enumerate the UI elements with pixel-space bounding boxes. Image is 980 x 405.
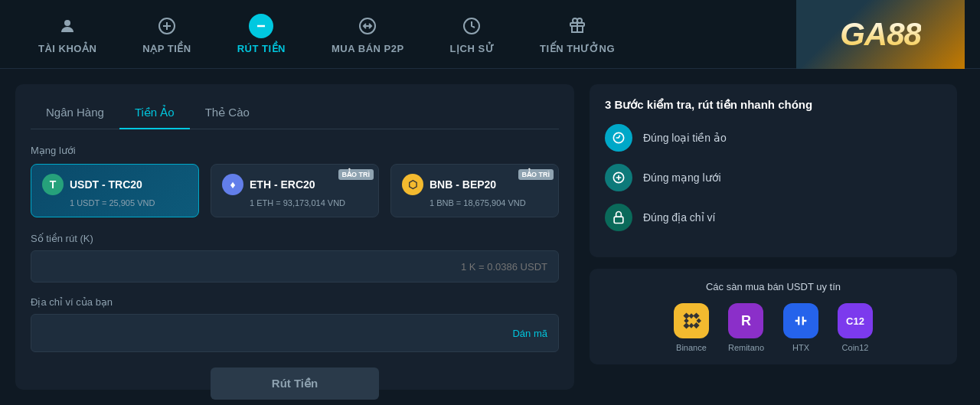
tab-ngan-hang[interactable]: Ngân Hàng <box>31 100 119 129</box>
eth-rate: 1 ETH = 93,173,014 VND <box>222 198 368 207</box>
bnb-badge: BẢO TRÌ <box>518 169 554 180</box>
top-navigation: TÀI KHOẢN NẠP TIỀN RÚT TIỀN MUA BÁN P2P <box>0 0 980 69</box>
coin12-name: Coin12 <box>842 343 869 352</box>
step-icon-3 <box>605 204 632 231</box>
nav-item-tai-khoan[interactable]: TÀI KHOẢN <box>15 6 119 62</box>
bnb-network-name: BNB - BEP20 <box>430 178 496 191</box>
right-panel: 3 Bước kiểm tra, rút tiền nhanh chóng Đú… <box>590 84 957 390</box>
history-icon <box>459 14 484 38</box>
exchange-remitano[interactable]: R Remitano <box>728 303 764 352</box>
step-item-3: Đúng địa chỉ ví <box>605 204 942 231</box>
amount-label: Số tiền rút (K) <box>31 233 559 244</box>
exchanges-card: Các sàn mua bán USDT uy tín Binance R Re… <box>590 269 957 364</box>
step-item-1: Đúng loại tiền ảo <box>605 124 942 152</box>
tab-bar: Ngân Hàng Tiền Ảo Thẻ Cào <box>31 100 559 129</box>
nav-label-nap-tien: NẠP TIỀN <box>142 43 191 54</box>
svg-point-0 <box>64 20 70 26</box>
nav-item-tien-thuong[interactable]: TIẾN THƯỞNG <box>517 6 638 62</box>
eth-network-name: ETH - ERC20 <box>250 178 315 191</box>
remitano-name: Remitano <box>728 343 764 352</box>
exchange-binance[interactable]: Binance <box>674 303 709 352</box>
eth-coin-icon: ♦ <box>222 174 243 195</box>
logo: GA88 <box>796 0 965 69</box>
svg-rect-11 <box>614 217 623 223</box>
step-text-1: Đúng loại tiền ảo <box>643 132 727 144</box>
nav-item-rut-tien[interactable]: RÚT TIỀN <box>214 6 309 62</box>
exchange-coin12[interactable]: C12 Coin12 <box>838 303 873 352</box>
htx-name: HTX <box>792 343 809 352</box>
account-icon <box>55 14 80 38</box>
eth-badge: BẢO TRÌ <box>338 169 374 180</box>
step-item-2: Đúng mạng lưới <box>605 164 942 191</box>
p2p-icon <box>355 14 380 38</box>
step-icon-2 <box>605 164 632 191</box>
nav-label-rut-tien: RÚT TIỀN <box>237 43 286 54</box>
binance-logo <box>674 303 709 338</box>
step-text-3: Đúng địa chỉ ví <box>643 211 715 224</box>
usdt-coin-icon: T <box>42 174 64 195</box>
rut-tien-icon <box>249 14 273 38</box>
network-label: Mạng lưới <box>31 145 559 156</box>
coin12-logo: C12 <box>838 303 873 338</box>
network-card-eth[interactable]: BẢO TRÌ ♦ ETH - ERC20 1 ETH = 93,173,014… <box>211 164 379 217</box>
nav-item-lich-su[interactable]: LỊCH SỬ <box>427 6 518 62</box>
nav-label-lich-su: LỊCH SỬ <box>450 43 495 54</box>
exchanges-title: Các sàn mua bán USDT uy tín <box>605 281 942 292</box>
address-input[interactable] <box>42 328 512 339</box>
address-field-wrap: Dán mã <box>31 314 559 352</box>
remitano-logo: R <box>728 303 763 338</box>
nav-label-mua-ban-p2p: MUA BÁN P2P <box>332 43 404 54</box>
submit-wrap: Rút Tiền <box>31 367 559 400</box>
paste-button[interactable]: Dán mã <box>512 328 547 339</box>
network-cards: T USDT - TRC20 1 USDT = 25,905 VND BẢO T… <box>31 164 559 217</box>
usdt-rate: 1 USDT = 25,905 VND <box>42 198 188 207</box>
left-panel: Ngân Hàng Tiền Ảo Thẻ Cào Mạng lưới T US… <box>15 84 574 390</box>
binance-name: Binance <box>676 343 707 352</box>
nav-item-mua-ban-p2p[interactable]: MUA BÁN P2P <box>309 6 427 62</box>
htx-logo <box>783 303 818 338</box>
tab-tien-ao[interactable]: Tiền Ảo <box>119 100 190 129</box>
nap-tien-icon <box>155 14 179 38</box>
address-section: Địa chỉ ví của bạn Dán mã <box>31 296 559 352</box>
nav-items: TÀI KHOẢN NẠP TIỀN RÚT TIỀN MUA BÁN P2P <box>15 6 796 62</box>
usdt-network-name: USDT - TRC20 <box>70 178 142 191</box>
amount-input[interactable] <box>42 261 547 273</box>
main-content: Ngân Hàng Tiền Ảo Thẻ Cào Mạng lưới T US… <box>0 69 980 405</box>
logo-text: GA88 <box>840 16 921 52</box>
tab-the-cao[interactable]: Thẻ Cào <box>190 100 265 129</box>
nav-item-nap-tien[interactable]: NẠP TIỀN <box>119 6 214 62</box>
amount-field[interactable] <box>31 250 559 283</box>
network-card-bnb[interactable]: BẢO TRÌ ⬡ BNB - BEP20 1 BNB = 18,675,904… <box>390 164 559 217</box>
bnb-coin-icon: ⬡ <box>402 174 423 195</box>
submit-button[interactable]: Rút Tiền <box>211 367 379 400</box>
reward-icon <box>565 14 590 38</box>
step-icon-1 <box>605 124 632 152</box>
network-card-usdt[interactable]: T USDT - TRC20 1 USDT = 25,905 VND <box>31 164 199 217</box>
steps-title: 3 Bước kiểm tra, rút tiền nhanh chóng <box>605 98 942 112</box>
nav-label-tai-khoan: TÀI KHOẢN <box>38 43 96 54</box>
exchange-htx[interactable]: HTX <box>783 303 818 352</box>
nav-label-tien-thuong: TIẾN THƯỞNG <box>540 43 615 54</box>
steps-card: 3 Bước kiểm tra, rút tiền nhanh chóng Đú… <box>590 84 957 257</box>
amount-section: Số tiền rút (K) <box>31 233 559 283</box>
address-label: Địa chỉ ví của bạn <box>31 296 559 308</box>
exchange-icons: Binance R Remitano HTX C12 Coin12 <box>605 303 942 352</box>
step-text-2: Đúng mạng lưới <box>643 171 721 184</box>
bnb-rate: 1 BNB = 18,675,904 VND <box>402 198 547 207</box>
